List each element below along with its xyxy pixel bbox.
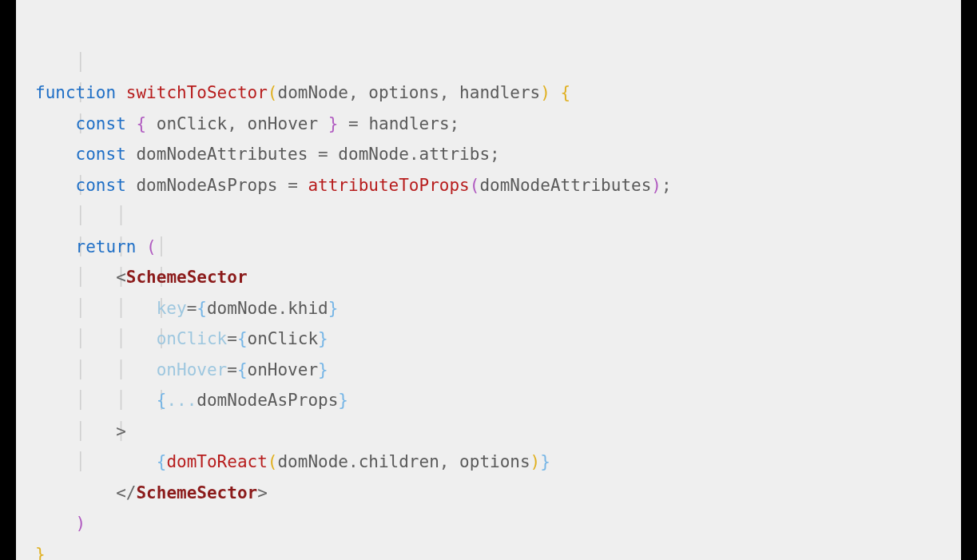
brace-close: } — [35, 545, 46, 561]
identifier: domNodeAsProps — [136, 176, 277, 195]
function-call: domToReact — [166, 452, 267, 471]
identifier: khid — [288, 299, 328, 318]
keyword-function: function — [35, 83, 116, 102]
brace-open: { — [561, 83, 571, 102]
param: domNode — [277, 83, 348, 102]
param: handlers — [459, 83, 540, 102]
identifier: attribs — [419, 145, 490, 164]
identifier: onHover — [248, 360, 319, 379]
code-editor: │ │ │ │ │ │ │ │ │ │ │ │ │ │ │ │ │ │ │ │ … — [16, 0, 961, 560]
paren-open: ( — [268, 83, 278, 102]
keyword-const: const — [76, 176, 126, 195]
identifier: domNodeAsProps — [197, 391, 338, 410]
keyword-const: const — [76, 114, 126, 133]
identifier: domNodeAttributes — [479, 176, 651, 195]
paren-close: ) — [540, 83, 550, 102]
jsx-tag: SchemeSector — [126, 268, 248, 287]
jsx-attr: key — [157, 299, 187, 318]
jsx-attr: onHover — [157, 360, 228, 379]
function-call: attributeToProps — [308, 176, 469, 195]
keyword-const: const — [76, 145, 126, 164]
keyword-return: return — [76, 237, 137, 256]
identifier: domNodeAttributes — [136, 145, 308, 164]
identifier: onHover — [248, 114, 319, 133]
jsx-attr: onClick — [157, 329, 228, 348]
identifier: children — [359, 452, 439, 471]
function-name: switchToSector — [126, 83, 268, 102]
identifier: options — [459, 452, 530, 471]
jsx-tag-close: SchemeSector — [136, 483, 257, 502]
identifier: handlers — [368, 114, 449, 133]
identifier: domNode — [207, 299, 278, 318]
identifier: onClick — [157, 114, 228, 133]
identifier: domNode — [338, 145, 409, 164]
code-block: function switchToSector(domNode, options… — [35, 77, 949, 560]
identifier: domNode — [277, 452, 348, 471]
identifier: onClick — [248, 329, 319, 348]
param: options — [368, 83, 439, 102]
